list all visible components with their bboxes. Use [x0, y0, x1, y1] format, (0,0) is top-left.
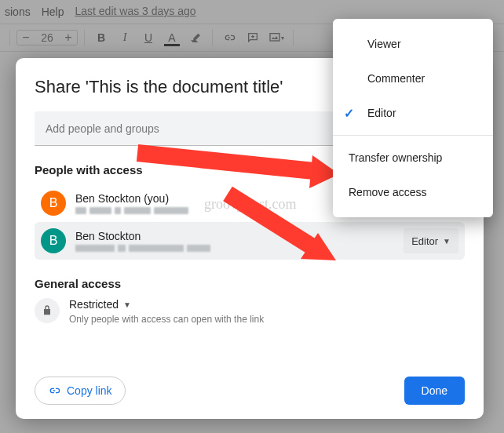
- check-icon: ✓: [344, 106, 354, 121]
- dropdown-divider: [333, 135, 493, 136]
- svg-line-1: [137, 153, 314, 171]
- dropdown-option-viewer[interactable]: Viewer: [333, 27, 493, 61]
- dropdown-option-editor[interactable]: ✓ Editor: [333, 96, 493, 130]
- svg-line-3: [228, 194, 314, 248]
- dropdown-option-commenter[interactable]: Commenter: [333, 61, 493, 96]
- dropdown-action-transfer[interactable]: Transfer ownership: [333, 140, 493, 175]
- role-dropdown-menu: Viewer Commenter ✓ Editor Transfer owner…: [333, 19, 493, 217]
- dropdown-action-remove[interactable]: Remove access: [333, 175, 493, 209]
